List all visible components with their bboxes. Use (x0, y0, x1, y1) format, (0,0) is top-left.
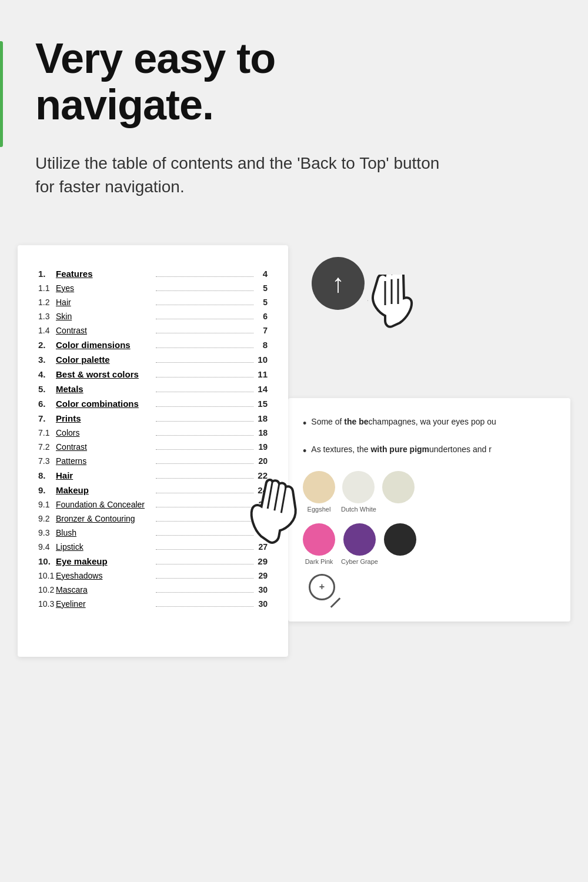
toc-label[interactable]: Foundation & Concealer (56, 500, 153, 509)
bullet-dot-2: • (303, 443, 306, 459)
toc-dots (156, 305, 253, 305)
toc-page: 5 (256, 283, 268, 293)
toc-page: 19 (256, 442, 268, 452)
toc-dots (156, 392, 253, 392)
toc-dots (156, 449, 253, 450)
arrow-up-icon: ↑ (332, 270, 345, 296)
toc-label[interactable]: Mascara (56, 585, 153, 594)
toc-number: 10.2 (38, 585, 56, 594)
toc-item: 1.1 Eyes 5 (38, 283, 268, 293)
swatch-label: Dutch White (341, 506, 376, 513)
toc-label[interactable]: Prints (56, 413, 153, 423)
toc-label[interactable]: Contrast (56, 326, 153, 335)
toc-page: 30 (256, 599, 268, 609)
toc-label[interactable]: Best & worst colors (56, 369, 153, 379)
page-container: Very easy to navigate. Utilize the table… (0, 0, 588, 882)
toc-label[interactable]: Blush (56, 528, 153, 537)
toc-panel: 1. Features 4 1.1 Eyes 5 1.2 Hair 5 1.3 … (18, 245, 288, 657)
toc-dots (156, 578, 253, 579)
toc-label[interactable]: Eyeshadows (56, 571, 153, 580)
toc-label[interactable]: Contrast (56, 442, 153, 452)
swatch-group: Dutch White (341, 471, 376, 513)
right-panel: ↑ (276, 245, 570, 622)
toc-label[interactable]: Hair (56, 470, 153, 480)
toc-page: 7 (256, 326, 268, 335)
toc-number: 7. (38, 413, 56, 423)
toc-label[interactable]: Makeup (56, 485, 153, 495)
toc-item: 1.4 Contrast 7 (38, 326, 268, 335)
toc-number: 9.4 (38, 542, 56, 552)
swatch-group (384, 523, 416, 565)
color-swatch (343, 523, 376, 556)
toc-item: 9. Makeup 24 (38, 485, 268, 495)
back-to-top-area: ↑ (276, 245, 570, 433)
toc-number: 10.3 (38, 599, 56, 609)
subtitle: Utilize the table of contents and the 'B… (35, 152, 447, 198)
color-swatch (382, 471, 415, 503)
toc-label[interactable]: Eye makeup (56, 556, 153, 566)
toc-dots (156, 592, 253, 593)
toc-item: 1.2 Hair 5 (38, 298, 268, 307)
toc-number: 6. (38, 399, 56, 409)
toc-label[interactable]: Colors (56, 428, 153, 437)
toc-item: 4. Best & worst colors 11 (38, 369, 268, 379)
toc-label[interactable]: Patterns (56, 456, 153, 466)
toc-number: 7.2 (38, 442, 56, 452)
toc-dots (156, 521, 253, 522)
toc-number: 10. (38, 556, 56, 566)
toc-label[interactable]: Eyeliner (56, 599, 153, 609)
toc-item: 10.1 Eyeshadows 29 (38, 571, 268, 580)
toc-number: 1.4 (38, 326, 56, 335)
swatch-label: Cyber Grape (341, 558, 378, 565)
toc-item: 9.1 Foundation & Concealer 24 (38, 500, 268, 509)
toc-item: 3. Color palette 10 (38, 355, 268, 365)
toc-label[interactable]: Metals (56, 384, 153, 394)
toc-label[interactable]: Features (56, 269, 153, 279)
toc-dots (156, 290, 253, 291)
toc-page: 5 (256, 298, 268, 307)
toc-label[interactable]: Bronzer & Contouring (56, 514, 153, 523)
toc-item: 5. Metals 14 (38, 384, 268, 394)
toc-dots (156, 362, 253, 363)
toc-dots (156, 319, 253, 319)
hand-on-toc-icon (235, 471, 312, 562)
toc-item: 2. Color dimensions 8 (38, 340, 268, 350)
toc-number: 9.3 (38, 528, 56, 537)
toc-label[interactable]: Color palette (56, 355, 153, 365)
toc-dots (156, 478, 253, 479)
toc-page: 6 (256, 312, 268, 321)
main-title: Very easy to navigate. (35, 35, 553, 128)
swatch-label: Eggshel (308, 506, 331, 513)
toc-label[interactable]: Color combinations (56, 399, 153, 409)
toc-item: 7. Prints 18 (38, 413, 268, 423)
toc-page: 30 (256, 585, 268, 594)
toc-label[interactable]: Skin (56, 312, 153, 321)
toc-item: 7.2 Contrast 19 (38, 442, 268, 452)
toc-dots (156, 348, 253, 348)
toc-number: 7.1 (38, 428, 56, 437)
toc-page: 11 (256, 369, 268, 379)
swatch-row-2: Dark Pink Cyber Grape (303, 523, 556, 565)
toc-dots (156, 463, 253, 464)
toc-label[interactable]: Color dimensions (56, 340, 153, 350)
toc-number: 5. (38, 384, 56, 394)
toc-number: 10.1 (38, 571, 56, 580)
toc-dots (156, 606, 253, 607)
swatch-group: Cyber Grape (341, 523, 378, 565)
toc-item: 9.4 Lipstick 27 (38, 542, 268, 552)
back-to-top-button[interactable]: ↑ (312, 257, 365, 310)
toc-number: 1. (38, 269, 56, 279)
toc-page: 29 (256, 556, 268, 566)
toc-label[interactable]: Lipstick (56, 542, 153, 552)
toc-number: 9.1 (38, 500, 56, 509)
toc-number: 7.3 (38, 456, 56, 466)
green-accent-bar (0, 41, 3, 147)
toc-item: 1.3 Skin 6 (38, 312, 268, 321)
toc-item: 9.2 Bronzer & Contouring 25 (38, 514, 268, 523)
toc-dots (156, 493, 253, 493)
toc-label[interactable]: Hair (56, 298, 153, 307)
toc-page: 15 (256, 399, 268, 409)
toc-item: 7.1 Colors 18 (38, 428, 268, 437)
toc-label[interactable]: Eyes (56, 283, 153, 293)
toc-item: 7.3 Patterns 20 (38, 456, 268, 466)
